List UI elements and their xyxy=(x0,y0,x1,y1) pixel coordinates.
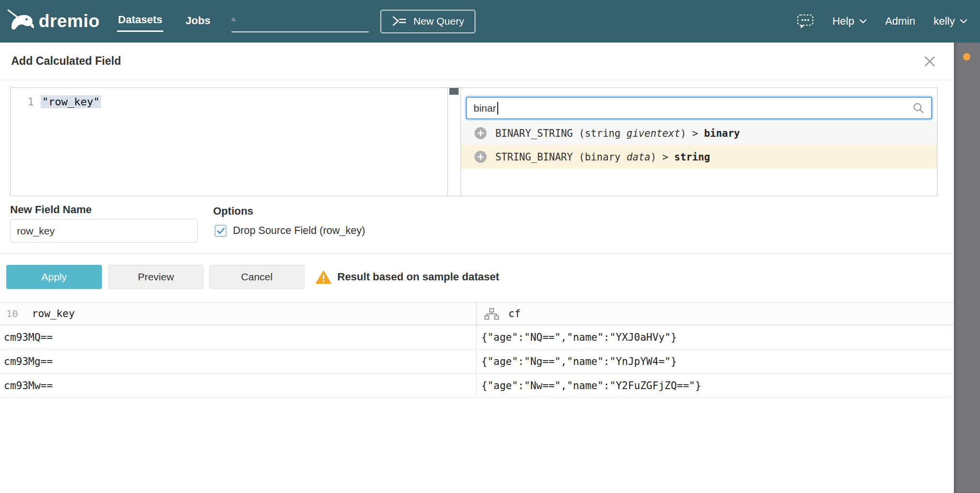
table-header-row: 10 row_key cf xyxy=(0,302,954,325)
drop-source-checkbox[interactable] xyxy=(215,225,227,237)
dialog-header: Add Calculated Field xyxy=(0,43,954,80)
cell-cf: {"age":"Nw==","name":"Y2FuZGFjZQ=="} xyxy=(476,374,954,397)
editor-code-line: "row_key" xyxy=(41,95,101,196)
dremio-logo[interactable]: dremio xyxy=(7,9,100,34)
warning-triangle-icon xyxy=(316,270,331,284)
chevron-down-icon xyxy=(859,19,867,24)
function-search-input[interactable]: binar xyxy=(466,97,932,119)
help-menu[interactable]: Help xyxy=(832,15,866,28)
selected-expression: "row_key" xyxy=(41,95,101,108)
notification-dot xyxy=(963,53,970,60)
new-query-label: New Query xyxy=(413,15,464,27)
cell-cf: {"age":"NQ==","name":"YXJ0aHVy"} xyxy=(476,325,954,349)
primary-nav: Datasets Jobs xyxy=(117,11,211,32)
add-function-icon[interactable] xyxy=(474,127,487,140)
function-return-type: binary xyxy=(704,128,740,139)
header-cell-cf[interactable]: cf xyxy=(476,303,954,325)
navbar-right: Help Admin kelly xyxy=(797,14,967,29)
cell-row-key: cm93Mg== xyxy=(0,349,476,373)
new-query-button[interactable]: New Query xyxy=(380,10,476,33)
global-search-input[interactable] xyxy=(241,14,369,26)
admin-link[interactable]: Admin xyxy=(885,15,915,28)
function-browser-panel: binar BINARY_STRING (string giventext) >… xyxy=(461,88,937,196)
function-param: giventext xyxy=(627,128,680,139)
expression-editor-container: 1 "row_key" binar xyxy=(10,87,937,196)
checkmark-icon xyxy=(217,228,225,234)
dialog-actions: Apply Preview Cancel Result based on sam… xyxy=(6,265,499,289)
search-icon xyxy=(231,14,236,26)
drop-source-option: Drop Source Field (row_key) xyxy=(215,225,365,237)
new-field-name-input[interactable] xyxy=(10,219,198,243)
column-name: row_key xyxy=(32,308,75,319)
top-navbar: dremio Datasets Jobs New Query xyxy=(0,0,980,43)
drop-source-label: Drop Source Field (row_key) xyxy=(233,225,365,237)
panel-splitter[interactable] xyxy=(448,88,461,196)
cell-row-key: cm93MQ== xyxy=(0,325,476,349)
chevron-down-icon xyxy=(960,19,967,24)
feedback-chat-icon[interactable] xyxy=(797,14,814,29)
splitter-drag-handle[interactable] xyxy=(449,88,459,95)
cell-row-key: cm93Mw== xyxy=(0,374,476,397)
header-cell-row-key[interactable]: 10 row_key xyxy=(0,303,476,325)
nav-tab-jobs[interactable]: Jobs xyxy=(185,12,211,31)
sample-dataset-warning: Result based on sample dataset xyxy=(337,271,499,283)
page-side-strip xyxy=(954,43,980,493)
function-result-row[interactable]: BINARY_STRING (string giventext) > binar… xyxy=(461,121,937,145)
search-icon xyxy=(912,102,924,114)
cell-cf: {"age":"Ng==","name":"YnJpYW4="} xyxy=(476,349,954,373)
user-label: kelly xyxy=(934,15,955,28)
function-signature: STRING_BINARY (binary data) > string xyxy=(495,151,710,163)
add-calculated-field-dialog: Add Calculated Field 1 "row_key" binar xyxy=(0,43,954,493)
function-results-list: BINARY_STRING (string giventext) > binar… xyxy=(461,121,937,169)
column-name: cf xyxy=(508,308,520,319)
function-return-type: string xyxy=(674,151,710,163)
options-label: Options xyxy=(213,205,253,218)
cancel-button[interactable]: Cancel xyxy=(209,265,304,289)
brand-name: dremio xyxy=(39,11,100,31)
table-row[interactable]: cm93MQ== {"age":"NQ==","name":"YXJ0aHVy"… xyxy=(0,325,954,349)
text-caret xyxy=(497,102,498,115)
function-search-value: binar xyxy=(474,102,496,114)
new-field-name-label: New Field Name xyxy=(10,203,92,216)
table-row[interactable]: cm93Mw== {"age":"Nw==","name":"Y2FuZGFjZ… xyxy=(0,374,954,398)
function-signature: BINARY_STRING (string giventext) > binar… xyxy=(495,128,740,139)
sql-expression-editor[interactable]: 1 "row_key" xyxy=(11,88,448,196)
function-param: data xyxy=(627,151,650,163)
query-prompt-icon xyxy=(392,15,406,28)
add-function-icon[interactable] xyxy=(474,150,487,163)
nav-tab-datasets[interactable]: Datasets xyxy=(117,11,163,32)
editor-line-number: 1 xyxy=(11,95,41,196)
admin-label: Admin xyxy=(885,15,915,28)
global-search[interactable] xyxy=(231,10,369,32)
narwhal-icon xyxy=(7,9,35,34)
preview-button[interactable]: Preview xyxy=(108,265,203,289)
table-row[interactable]: cm93Mg== {"age":"Ng==","name":"YnJpYW4="… xyxy=(0,349,954,374)
section-divider xyxy=(0,253,954,254)
apply-button[interactable]: Apply xyxy=(6,265,102,289)
user-menu[interactable]: kelly xyxy=(934,15,967,28)
row-count-badge: 10 xyxy=(6,308,18,319)
function-result-row-highlighted[interactable]: STRING_BINARY (binary data) > string xyxy=(461,145,937,169)
close-icon[interactable] xyxy=(923,55,936,68)
help-label: Help xyxy=(832,15,854,28)
dialog-title: Add Calculated Field xyxy=(11,55,121,68)
hierarchy-type-icon xyxy=(484,308,499,320)
preview-table: 10 row_key cf cm93MQ== {"age":"NQ==","na… xyxy=(0,302,954,398)
